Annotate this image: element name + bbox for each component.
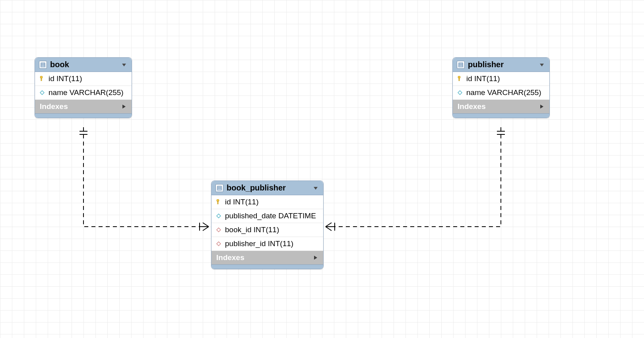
column-label: book_id INT(11)	[225, 225, 279, 234]
collapse-icon[interactable]	[121, 62, 127, 68]
attribute-icon	[457, 89, 463, 96]
indexes-label: Indexes	[458, 102, 486, 111]
table-title: publisher	[468, 60, 536, 69]
indexes-label: Indexes	[216, 253, 244, 262]
table-header[interactable]: book	[35, 58, 132, 72]
primary-key-icon	[457, 76, 463, 82]
indexes-section[interactable]: Indexes	[35, 100, 132, 113]
column-row[interactable]: name VARCHAR(255)	[453, 86, 549, 100]
column-row[interactable]: name VARCHAR(255)	[35, 86, 132, 100]
svg-marker-26	[458, 91, 462, 95]
svg-marker-23	[540, 64, 544, 66]
expand-icon[interactable]	[121, 104, 127, 109]
primary-key-icon	[215, 199, 222, 205]
table-header[interactable]: publisher	[453, 58, 549, 72]
table-header[interactable]: book_publisher	[211, 181, 323, 195]
svg-marker-19	[122, 105, 126, 109]
column-row[interactable]: book_id INT(11)	[211, 223, 323, 237]
expand-icon[interactable]	[313, 255, 318, 260]
svg-rect-20	[459, 63, 463, 67]
svg-rect-17	[41, 78, 42, 81]
table-icon	[457, 61, 465, 69]
table-title: book	[50, 60, 118, 69]
column-row[interactable]: publisher_id INT(11)	[211, 237, 323, 251]
table-footer-strip	[453, 113, 549, 118]
column-label: publisher_id INT(11)	[225, 239, 293, 248]
foreign-key-icon	[215, 241, 222, 247]
svg-marker-37	[314, 256, 317, 260]
svg-rect-25	[459, 78, 460, 81]
svg-marker-36	[217, 242, 221, 246]
attribute-icon	[39, 89, 45, 96]
table-book[interactable]: book id INT(11) name VARCHAR(255) Indexe…	[35, 57, 132, 118]
table-title: book_publisher	[227, 183, 310, 192]
svg-marker-15	[122, 64, 126, 66]
collapse-icon[interactable]	[539, 62, 545, 68]
svg-marker-35	[217, 228, 221, 232]
indexes-label: Indexes	[40, 102, 68, 111]
diagram-canvas[interactable]: book id INT(11) name VARCHAR(255) Indexe…	[0, 0, 644, 338]
indexes-section[interactable]: Indexes	[453, 100, 549, 113]
table-book-publisher[interactable]: book_publisher id INT(11) published_date…	[211, 181, 324, 269]
column-row[interactable]: id INT(11)	[453, 72, 549, 86]
table-footer-strip	[211, 264, 323, 269]
svg-marker-34	[217, 214, 221, 218]
table-icon	[39, 61, 47, 69]
svg-marker-31	[314, 187, 318, 190]
column-row[interactable]: published_date DATETIME	[211, 209, 323, 223]
indexes-section[interactable]: Indexes	[211, 251, 323, 264]
svg-rect-33	[217, 201, 218, 204]
expand-icon[interactable]	[539, 104, 545, 109]
svg-rect-28	[217, 186, 221, 190]
foreign-key-icon	[215, 227, 222, 233]
svg-marker-27	[540, 105, 543, 109]
primary-key-icon	[39, 76, 45, 82]
column-label: id INT(11)	[225, 198, 258, 206]
column-label: published_date DATETIME	[225, 212, 316, 220]
column-label: name VARCHAR(255)	[466, 88, 541, 97]
svg-marker-18	[40, 91, 44, 95]
column-row[interactable]: id INT(11)	[35, 72, 132, 86]
column-label: id INT(11)	[466, 74, 500, 83]
collapse-icon[interactable]	[313, 185, 318, 191]
svg-rect-12	[41, 63, 45, 67]
column-label: name VARCHAR(255)	[48, 88, 124, 97]
table-icon	[215, 184, 223, 192]
table-footer-strip	[35, 113, 132, 118]
column-row[interactable]: id INT(11)	[211, 195, 323, 209]
attribute-icon	[215, 213, 222, 219]
table-publisher[interactable]: publisher id INT(11) name VARCHAR(255) I…	[452, 57, 550, 118]
column-label: id INT(11)	[48, 74, 82, 83]
